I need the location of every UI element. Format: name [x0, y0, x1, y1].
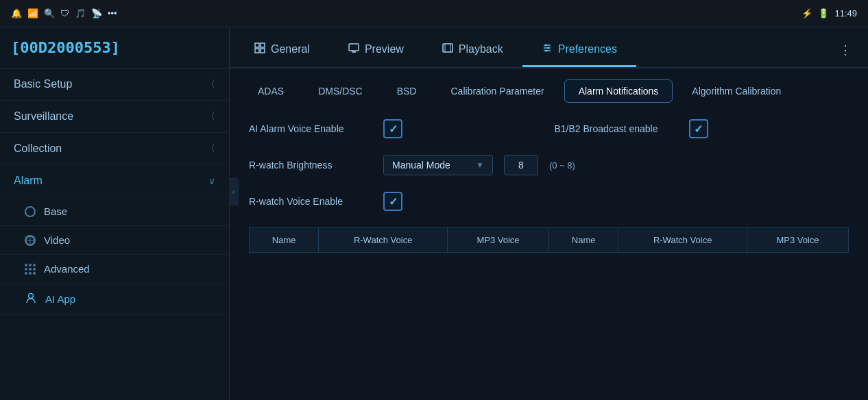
b1b2-label: B1/B2 Broadcast enable — [555, 123, 678, 134]
search-icon: 🔍 — [44, 8, 55, 18]
tab-preferences[interactable]: Preferences — [522, 33, 636, 67]
sidebar-item-label: Surveillance — [14, 110, 73, 123]
svg-rect-11 — [443, 44, 453, 52]
globe-icon — [25, 235, 36, 246]
svg-rect-8 — [349, 44, 359, 51]
tab-playback-label: Playback — [459, 43, 503, 55]
svg-point-19 — [545, 49, 547, 51]
battery-icon: 🔋 — [818, 8, 829, 18]
col-rwatch-voice: R-Watch Voice — [319, 228, 448, 253]
person-icon — [25, 292, 37, 306]
circle-icon — [25, 206, 36, 217]
status-bar: 🔔 📶 🔍 🛡 🎵 📡 ••• ⚡ 🔋 11:49 — [0, 0, 868, 27]
col-rwatch-voice2: R-Watch Voice — [618, 228, 747, 253]
chevron-icon: 〈 — [206, 78, 215, 90]
grid-icon — [254, 42, 265, 56]
sub-tab-bsd[interactable]: BSD — [383, 79, 431, 103]
notification-icon: 🔔 — [11, 8, 22, 18]
brightness-value-input[interactable] — [504, 155, 538, 175]
tab-preferences-label: Preferences — [558, 43, 617, 55]
sidebar-item-alarm[interactable]: Alarm ∨ — [0, 165, 229, 197]
status-right: ⚡ 🔋 11:49 — [801, 8, 857, 18]
wifi-icon: 📶 — [27, 8, 38, 18]
select-dropdown-icon: ▼ — [476, 160, 484, 170]
sidebar-item-label: Basic Setup — [14, 78, 72, 90]
tab-preview[interactable]: Preview — [329, 33, 423, 67]
brightness-mode-select[interactable]: Manual Mode Auto Mode ▼ — [383, 155, 493, 175]
sub-tab-alarm-label: Alarm Notifications — [579, 86, 659, 97]
brightness-label: R-watch Brightness — [249, 160, 372, 171]
sidebar-item-basic-setup[interactable]: Basic Setup 〈 — [0, 68, 229, 101]
music-icon: 🎵 — [75, 8, 86, 18]
monitor-icon — [348, 42, 359, 56]
b1b2-broadcast-checkbox[interactable] — [689, 119, 708, 138]
sub-tab-adas[interactable]: ADAS — [243, 79, 298, 103]
svg-point-18 — [547, 47, 549, 49]
tab-preview-label: Preview — [365, 43, 404, 55]
svg-rect-6 — [255, 49, 259, 53]
col-mp3-voice2: MP3 Voice — [747, 228, 848, 253]
sidebar-sub-label: AI App — [45, 293, 75, 305]
rwatch-voice-label: R-watch Voice Enable — [249, 196, 372, 207]
sidebar-collapse-button[interactable]: ‹ — [229, 178, 239, 205]
film-icon — [442, 42, 453, 56]
form-half-ai-alarm: AI Alarm Voice Enable — [249, 119, 544, 138]
clock: 11:49 — [834, 8, 857, 18]
sidebar-sub-label: Advanced — [44, 263, 90, 275]
col-name2: Name — [548, 228, 618, 253]
ai-alarm-label: AI Alarm Voice Enable — [249, 123, 372, 134]
sub-tabs: ADAS DMS/DSC BSD Calibration Parameter A… — [230, 68, 868, 103]
brightness-range-hint: (0 ~ 8) — [549, 160, 575, 171]
shield-icon: 🛡 — [60, 8, 69, 18]
more-icon: ••• — [108, 8, 117, 18]
sidebar-sub-label: Base — [44, 205, 67, 217]
more-menu-button[interactable]: ⋮ — [828, 33, 863, 67]
sub-tab-alarm-notifications[interactable]: Alarm Notifications — [564, 79, 673, 103]
content-area: General Preview — [230, 27, 868, 400]
rwatch-voice-checkbox[interactable] — [383, 192, 402, 211]
main-wrapper: [00D2000553] Basic Setup 〈 Surveillance … — [0, 27, 868, 400]
sub-tab-calibration-label: Calibration Parameter — [450, 86, 544, 97]
sidebar-item-label: Collection — [14, 142, 62, 155]
sub-tab-adas-label: ADAS — [258, 86, 284, 97]
alarm-table: Name R-Watch Voice MP3 Voice Name R-Watc… — [249, 227, 849, 253]
form-area: AI Alarm Voice Enable B1/B2 Broadcast en… — [230, 103, 868, 400]
tab-playback[interactable]: Playback — [423, 33, 522, 67]
sidebar-sub-item-advanced[interactable]: Advanced — [0, 255, 229, 284]
sidebar-item-surveillance[interactable]: Surveillance 〈 — [0, 101, 229, 133]
status-left: 🔔 📶 🔍 🛡 🎵 📡 ••• — [11, 8, 117, 18]
sidebar-sub-label: Video — [44, 234, 70, 246]
svg-rect-4 — [255, 43, 259, 47]
chevron-icon: 〈 — [206, 142, 215, 155]
svg-rect-7 — [261, 49, 265, 53]
form-row-brightness: R-watch Brightness Manual Mode Auto Mode… — [249, 155, 849, 175]
sub-tab-algorithm-label: Algorithm Calibration — [692, 86, 781, 97]
brightness-mode-option[interactable]: Manual Mode Auto Mode — [392, 160, 470, 171]
sidebar-sub-item-ai-app[interactable]: AI App — [0, 284, 229, 315]
sidebar-item-label: Alarm — [14, 175, 43, 187]
sub-tab-calibration[interactable]: Calibration Parameter — [436, 79, 558, 103]
chevron-icon: 〈 — [206, 110, 215, 123]
sub-tab-bsd-label: BSD — [397, 86, 417, 97]
form-row-rwatch-voice: R-watch Voice Enable — [249, 192, 849, 211]
ai-alarm-voice-checkbox[interactable] — [383, 119, 402, 138]
sidebar-sub-item-base[interactable]: Base — [0, 197, 229, 226]
sidebar-item-collection[interactable]: Collection 〈 — [0, 133, 229, 165]
device-title: [00D2000553] — [0, 27, 229, 68]
col-mp3-voice: MP3 Voice — [447, 228, 548, 253]
top-tabs: General Preview — [230, 27, 868, 68]
bluetooth-icon: ⚡ — [801, 8, 812, 18]
svg-point-3 — [29, 294, 34, 299]
form-half-b1b2: B1/B2 Broadcast enable — [555, 119, 849, 138]
sidebar: [00D2000553] Basic Setup 〈 Surveillance … — [0, 27, 230, 400]
sub-tab-dms-label: DMS/DSC — [318, 86, 363, 97]
sub-tab-dms-dsc[interactable]: DMS/DSC — [304, 79, 377, 103]
tab-general-label: General — [271, 43, 310, 55]
dots-icon — [25, 264, 36, 275]
sliders-icon — [542, 42, 553, 56]
sidebar-sub-item-video[interactable]: Video — [0, 226, 229, 255]
tab-general[interactable]: General — [235, 33, 329, 67]
sub-tab-algorithm-calibration[interactable]: Algorithm Calibration — [678, 80, 795, 102]
svg-point-17 — [544, 44, 546, 46]
svg-rect-5 — [261, 43, 265, 47]
